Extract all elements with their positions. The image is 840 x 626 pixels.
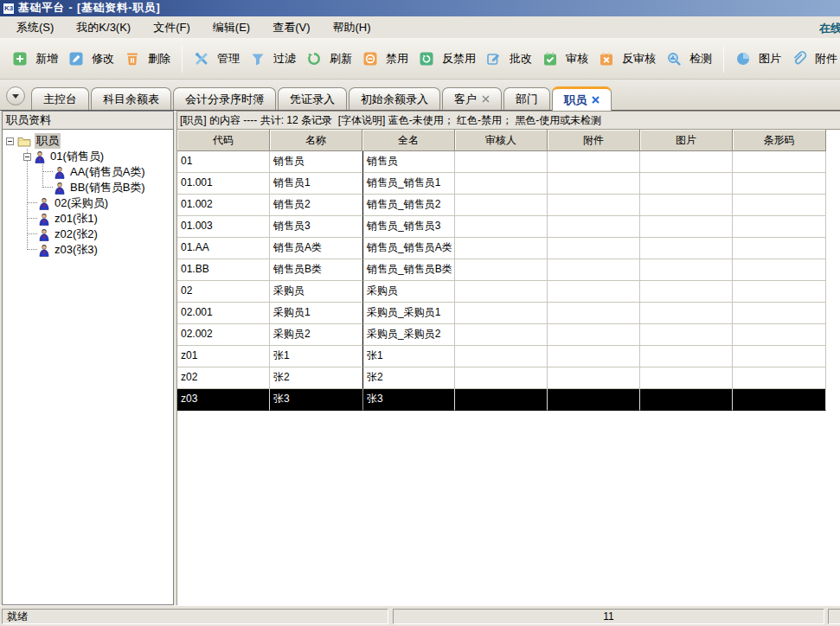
tab-customer[interactable]: 客户 — [442, 87, 502, 110]
refresh-button[interactable]: 刷新 — [301, 46, 357, 72]
window-title: 基础平台 - [基础资料-职员] — [18, 1, 161, 16]
tree-connector — [27, 242, 37, 250]
disable-button[interactable]: 禁用 — [357, 46, 414, 72]
filter-button[interactable]: 过滤 — [245, 46, 301, 72]
tree-connector — [42, 164, 53, 172]
batch-edit-button[interactable]: 批改 — [481, 46, 537, 72]
table-row[interactable]: 01.001销售员1销售员_销售员1 — [177, 173, 840, 195]
table-row[interactable]: 01.003销售员3销售员_销售员3 — [177, 216, 840, 238]
tree-item[interactable]: z02(张2) — [3, 227, 173, 242]
audit-icon — [542, 51, 558, 67]
menu-help[interactable]: 帮助(H) — [326, 17, 376, 38]
disable-icon — [362, 51, 378, 67]
menu-edit[interactable]: 编辑(E) — [207, 17, 256, 38]
app-window: K3 基础平台 - [基础资料-职员] 系统(S) 我的K/3(K) 文件(F)… — [0, 0, 840, 626]
batch-edit-icon — [486, 51, 502, 67]
table-row-selected[interactable]: z03张3张3 — [177, 389, 840, 411]
tree-item[interactable]: z01(张1) — [3, 211, 173, 227]
table-row[interactable]: z02张2张2 — [177, 367, 840, 389]
column-header-fullname[interactable]: 全名 — [362, 130, 455, 151]
attachment-icon — [792, 51, 807, 67]
unaudit-icon — [599, 51, 614, 67]
table-row[interactable]: z01张1张1 — [177, 346, 840, 367]
refresh-icon — [306, 51, 322, 67]
tab-list-dropdown-button[interactable] — [6, 86, 25, 105]
tab-initial-balance[interactable]: 初始余额录入 — [349, 87, 440, 110]
add-button[interactable]: 新增 — [7, 46, 63, 72]
tab-account-balance[interactable]: 科目余额表 — [91, 87, 171, 110]
audit-button[interactable]: 审核 — [537, 46, 593, 72]
enable-icon — [419, 51, 434, 67]
employee-icon — [39, 197, 49, 210]
delete-button[interactable]: 删除 — [119, 46, 176, 72]
tab-main-console[interactable]: 主控台 — [31, 87, 89, 110]
table-row[interactable]: 02.001采购员1采购员_采购员1 — [177, 303, 840, 324]
collapse-toggle-icon[interactable] — [23, 153, 31, 161]
content-area: [职员] 的内容 ---- 共计: 12 条记录 [字体说明] 蓝色-未使用； … — [176, 111, 840, 605]
column-header-name[interactable]: 名称 — [270, 130, 362, 151]
tree-item[interactable]: BB(销售员B类) — [3, 180, 173, 195]
close-icon[interactable] — [482, 93, 490, 105]
detect-button[interactable]: 检测 — [661, 46, 717, 72]
tree-item[interactable]: 01(销售员) — [3, 149, 173, 164]
tree-item[interactable]: AA(销售员A类) — [3, 164, 173, 180]
tree-connector — [27, 211, 37, 219]
column-header-picture[interactable]: 图片 — [640, 130, 733, 151]
tab-department[interactable]: 部门 — [503, 87, 550, 110]
manage-button[interactable]: 管理 — [189, 46, 245, 72]
collapse-toggle-icon[interactable] — [6, 137, 14, 145]
employee-icon — [35, 150, 45, 163]
employee-icon — [39, 228, 49, 241]
close-icon[interactable] — [592, 93, 600, 106]
table-row[interactable]: 01销售员销售员 — [177, 151, 840, 173]
status-panel-right — [828, 609, 840, 624]
content-summary-bar: [职员] 的内容 ---- 共计: 12 条记录 [字体说明] 蓝色-未使用； … — [177, 112, 840, 130]
tree-guide-line — [27, 149, 28, 250]
employee-icon — [55, 166, 65, 179]
tree-item[interactable]: 02(采购员) — [3, 195, 173, 211]
delete-icon — [125, 51, 140, 67]
column-header-attachment[interactable]: 附件 — [548, 130, 640, 151]
employee-icon — [39, 213, 49, 226]
column-header-code[interactable]: 代码 — [177, 130, 270, 151]
table-row[interactable]: 01.AA销售员A类销售员_销售员A类 — [177, 238, 840, 259]
folder-icon — [17, 136, 31, 147]
employee-icon — [55, 182, 65, 195]
edit-icon — [68, 51, 84, 67]
menu-my-k3[interactable]: 我的K/3(K) — [70, 17, 137, 38]
attachment-button[interactable]: 附件 — [786, 46, 840, 72]
employee-table: 代码 名称 全名 审核人 附件 图片 条形码 01销售员销售员 01.001销售… — [177, 130, 840, 605]
tree-guide-line — [42, 164, 43, 188]
unaudit-button[interactable]: 反审核 — [593, 46, 661, 72]
toolbar-separator — [723, 45, 724, 73]
table-row[interactable]: 02.002采购员2采购员_采购员2 — [177, 324, 840, 346]
main-area: 职员资料 职员 01(销售员) AA(销售员A类) — [0, 111, 840, 605]
tree-item[interactable]: z03(张3) — [3, 242, 173, 258]
sidebar: 职员资料 职员 01(销售员) AA(销售员A类) — [2, 111, 174, 605]
menu-view[interactable]: 查看(V) — [266, 17, 316, 38]
table-row[interactable]: 02采购员采购员 — [177, 281, 840, 303]
table-row[interactable]: 01.BB销售员B类销售员_销售员B类 — [177, 259, 840, 281]
tab-employee[interactable]: 职员 — [552, 86, 612, 111]
status-message: 就绪 — [2, 609, 388, 624]
toolbar: 新增 修改 删除 管理 过滤 刷新 禁用 反禁用 — [0, 39, 840, 80]
table-row[interactable]: 01.002销售员2销售员_销售员2 — [177, 195, 840, 216]
tab-strip: 主控台 科目余额表 会计分录序时簿 凭证录入 初始余额录入 客户 部门 职员 — [0, 80, 840, 111]
tree-connector — [27, 195, 37, 203]
column-header-barcode[interactable]: 条形码 — [733, 130, 826, 151]
menu-file[interactable]: 文件(F) — [147, 17, 196, 38]
picture-icon — [735, 51, 751, 67]
tree-connector — [42, 180, 53, 188]
tab-journal[interactable]: 会计分录序时簿 — [173, 87, 276, 110]
tree-item-root[interactable]: 职员 — [3, 133, 173, 149]
menu-bar: 系统(S) 我的K/3(K) 文件(F) 编辑(E) 查看(V) 帮助(H) 在… — [0, 16, 840, 39]
status-bar: 就绪 11 — [0, 605, 840, 626]
edit-button[interactable]: 修改 — [63, 46, 119, 72]
employee-tree: 职员 01(销售员) AA(销售员A类) BB(销售员B类) — [3, 130, 173, 604]
enable-button[interactable]: 反禁用 — [414, 46, 481, 72]
column-header-auditor[interactable]: 审核人 — [455, 130, 548, 151]
picture-button[interactable]: 图片 — [730, 46, 786, 72]
menu-system[interactable]: 系统(S) — [10, 17, 60, 38]
toolbar-separator — [182, 45, 183, 73]
tab-voucher-entry[interactable]: 凭证录入 — [278, 87, 347, 110]
